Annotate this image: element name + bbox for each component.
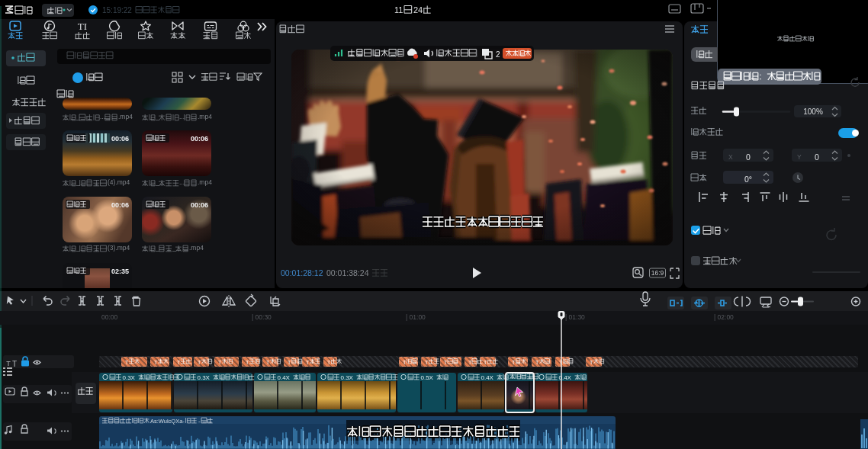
svg-text:11: 11 xyxy=(394,5,403,14)
svg-text:24: 24 xyxy=(413,5,423,14)
svg-text:15:19:22: 15:19:22 xyxy=(102,6,132,14)
